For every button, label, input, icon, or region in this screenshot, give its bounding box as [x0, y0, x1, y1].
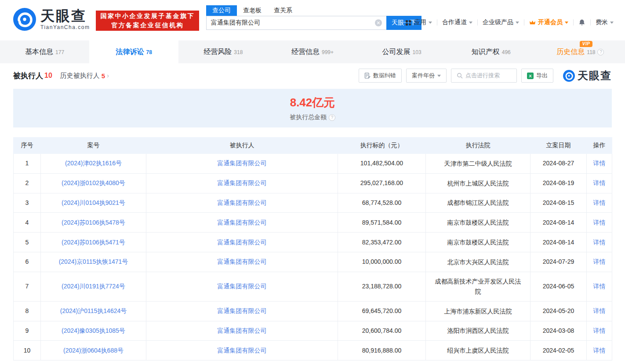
tab-label: 知识产权: [472, 47, 500, 57]
search-icon: [457, 73, 463, 79]
search-tab-relation[interactable]: 查关系: [268, 5, 298, 16]
amount: 295,027,168.00: [338, 173, 426, 193]
table-row: 9(2024)豫0305执1085号富通集团有限公司20,600,784.00洛…: [14, 321, 612, 341]
detail-link[interactable]: 详情: [593, 239, 606, 246]
table-row: 3(2024)川0104执9021号富通集团有限公司68,774,528.00成…: [14, 193, 612, 213]
person-link[interactable]: 富通集团有限公司: [218, 283, 267, 290]
tab-count: 496: [502, 49, 511, 55]
person-link[interactable]: 富通集团有限公司: [218, 347, 267, 354]
person-link[interactable]: 富通集团有限公司: [218, 239, 267, 246]
search-tab-company[interactable]: 查公司: [206, 5, 237, 16]
chevron-down-icon: [469, 22, 472, 24]
company-search-input[interactable]: [206, 16, 386, 30]
brand-logo-icon: [13, 8, 36, 31]
case-no-link[interactable]: (2024)豫0305执1085号: [62, 327, 125, 334]
tab-label: 基本信息: [25, 47, 53, 57]
case-no-link[interactable]: (2024)川0104执9021号: [62, 199, 125, 206]
tab-count: 78: [146, 49, 152, 55]
table-header-row: 序号案号被执行人执行标的（元）执行法院立案日期操作: [14, 138, 612, 154]
case-no-link[interactable]: (2024)津02执1616号: [65, 160, 122, 167]
company-detail-tabs: 基本信息177法律诉讼78经营风险318经营信息999+公司发展103知识产权4…: [0, 40, 625, 63]
nav-notifications[interactable]: [578, 19, 585, 26]
detail-link[interactable]: 详情: [593, 307, 606, 314]
clear-icon[interactable]: ✕: [375, 19, 382, 26]
nav-partner-channel[interactable]: 合作通道: [442, 18, 472, 26]
court: 南京市鼓楼区人民法院: [447, 237, 509, 248]
case-no-link[interactable]: (2024)浙0102执4080号: [62, 179, 125, 186]
tab-company-development[interactable]: 公司发展103: [357, 40, 447, 63]
data-correction-button[interactable]: 数据纠错: [359, 69, 402, 83]
watermark-text: 天眼查: [578, 69, 612, 83]
amount: 82,353,472.00: [338, 233, 426, 252]
nav-partner-label: 合作通道: [442, 18, 467, 26]
row-no: 7: [14, 272, 41, 301]
table-header-cell: 立案日期: [531, 138, 587, 154]
nav-user-menu[interactable]: 费米: [596, 18, 614, 26]
person-link[interactable]: 富通集团有限公司: [218, 219, 267, 226]
detail-link[interactable]: 详情: [593, 199, 606, 206]
tab-label: 公司发展: [382, 47, 411, 57]
amount: 20,600,784.00: [338, 321, 426, 341]
nav-enterprise-products[interactable]: 企业级产品: [483, 18, 519, 26]
filing-date: 2024-05-20: [531, 301, 587, 321]
tab-business-risk[interactable]: 经营风险318: [178, 40, 268, 63]
svg-text:X: X: [529, 73, 532, 78]
table-row: 6(2024)京0115执恢1471号富通集团有限公司10,000,000.00…: [14, 252, 612, 272]
detail-link[interactable]: 详情: [593, 160, 606, 167]
export-button[interactable]: X 导出: [521, 69, 553, 83]
tab-history-info[interactable]: 历史信息118VIP?: [536, 40, 625, 63]
person-link[interactable]: 富通集团有限公司: [218, 199, 267, 206]
person-link[interactable]: 富通集团有限公司: [218, 179, 267, 186]
case-no-link[interactable]: (2024)沪0115执14624号: [60, 307, 127, 314]
case-year-filter[interactable]: 案件年份: [406, 69, 447, 83]
chevron-down-icon: [565, 22, 568, 24]
help-icon[interactable]: ?: [597, 49, 604, 55]
table-search-input[interactable]: 点击进行搜索: [451, 69, 517, 83]
nav-separator: [437, 19, 437, 25]
chevron-down-icon: [429, 22, 432, 24]
certification-badge-line2: 官方备案企业征信机构: [100, 21, 195, 30]
main-content: 被执行人 10 历史被执行人 5 › 数据纠错 案件年份: [0, 66, 625, 360]
case-no-link[interactable]: (2024)川0191执7724号: [62, 283, 125, 290]
court: 成都市锦江区人民法院: [447, 198, 509, 208]
person-link[interactable]: 富通集团有限公司: [218, 307, 267, 314]
bell-icon: [578, 19, 585, 26]
detail-link[interactable]: 详情: [593, 219, 606, 226]
amount: 69,645,720.00: [338, 301, 426, 321]
table-row: 1(2024)津02执1616号富通集团有限公司101,482,504.00天津…: [14, 154, 612, 174]
search-type-tabs: 查公司查老板查关系: [206, 5, 422, 16]
help-icon[interactable]: ?: [329, 114, 335, 121]
detail-link[interactable]: 详情: [593, 258, 606, 265]
court: 上海市浦东新区人民法院: [444, 306, 512, 317]
history-executed-label: 历史被执行人: [60, 72, 100, 80]
case-no-link[interactable]: (2024)浙0604执688号: [63, 347, 124, 354]
detail-link[interactable]: 详情: [593, 327, 606, 334]
tab-legal-proceedings[interactable]: 法律诉讼78: [89, 40, 178, 63]
filing-date: 2024-03-08: [531, 321, 587, 341]
nav-open-vip[interactable]: 开通会员: [529, 18, 568, 26]
case-no-link[interactable]: (2024)苏0106执5471号: [62, 239, 125, 246]
tab-intellectual-property[interactable]: 知识产权496: [447, 40, 536, 63]
brand-logo[interactable]: 天眼查 TianYanCha.com: [13, 8, 90, 31]
nav-apps[interactable]: 应用: [405, 18, 432, 26]
table-search-placeholder: 点击进行搜索: [465, 72, 500, 80]
person-link[interactable]: 富通集团有限公司: [218, 258, 267, 265]
tab-basic-info[interactable]: 基本信息177: [0, 40, 89, 63]
amount: 101,482,504.00: [338, 154, 426, 174]
table-row: 8(2024)沪0115执14624号富通集团有限公司69,645,720.00…: [14, 301, 612, 321]
header-search-area: 查公司查老板查关系 ✕ 天眼一下: [206, 5, 422, 30]
detail-link[interactable]: 详情: [593, 179, 606, 186]
top-nav: 应用 合作通道 企业级产品 开通会员: [405, 18, 614, 26]
export-label: 导出: [536, 72, 548, 80]
person-link[interactable]: 富通集团有限公司: [218, 327, 267, 334]
history-executed-link[interactable]: 历史被执行人 5 ›: [60, 72, 109, 80]
section-actions: 数据纠错 案件年份 点击进行搜索 X 导出: [359, 69, 612, 83]
person-link[interactable]: 富通集团有限公司: [218, 160, 267, 167]
search-tab-boss[interactable]: 查老板: [237, 5, 268, 16]
tab-business-info[interactable]: 经营信息999+: [268, 40, 357, 63]
court: 北京市大兴区人民法院: [447, 257, 509, 267]
detail-link[interactable]: 详情: [593, 283, 606, 290]
case-no-link[interactable]: (2024)京0115执恢1471号: [59, 258, 128, 265]
case-no-link[interactable]: (2024)苏0106执5478号: [62, 219, 125, 226]
detail-link[interactable]: 详情: [593, 347, 606, 354]
